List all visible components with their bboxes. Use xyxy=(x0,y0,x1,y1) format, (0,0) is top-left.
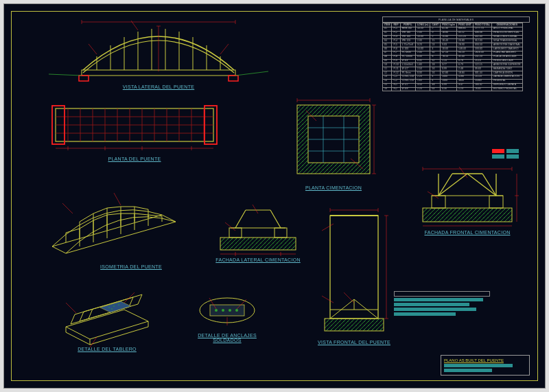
svg-rect-13 xyxy=(229,76,238,81)
svg-line-96 xyxy=(270,210,281,228)
planta-drawing xyxy=(45,100,224,154)
tablero-drawing xyxy=(56,279,159,344)
frontal-drawing xyxy=(309,203,399,337)
materials-table: PLANILLA DE MATERIALES ITEMREFPERFILLONG… xyxy=(382,16,530,91)
table-grid: ITEMREFPERFILLONG (m)CANTPESO kg/mPESO U… xyxy=(382,23,523,91)
svg-rect-106 xyxy=(489,196,503,208)
info-line xyxy=(394,298,483,301)
view-frontal: VISTA FRONTAL DEL PUENTE xyxy=(309,203,399,345)
anclajes-title: DETALLE DE ANCLAJES SOLDADOS xyxy=(193,333,261,343)
svg-rect-93 xyxy=(229,228,242,238)
svg-line-120 xyxy=(459,167,467,178)
view-lateral: VISTA LATERAL DEL PUENTE xyxy=(69,16,248,89)
legend-row xyxy=(492,154,521,159)
isometria-drawing xyxy=(35,172,193,262)
lateral-drawing xyxy=(69,16,248,82)
svg-rect-92 xyxy=(220,238,296,250)
svg-point-73 xyxy=(235,309,238,312)
svg-point-71 xyxy=(222,309,224,312)
planta-title: PLANTA DEL PUENTE xyxy=(45,157,224,161)
svg-line-109 xyxy=(439,174,467,196)
svg-line-127 xyxy=(330,299,354,319)
svg-line-21 xyxy=(220,44,229,54)
cimentacion-drawing xyxy=(289,97,378,183)
view-anclajes: DETALLE DE ANCLAJES SOLDADOS xyxy=(186,292,268,343)
fachada-frontal-drawing xyxy=(412,165,522,227)
svg-rect-123 xyxy=(325,319,384,331)
fachada-lateral-drawing xyxy=(210,203,306,255)
cad-canvas: VISTA LATERAL DEL PUENTE PLANTA xyxy=(3,3,546,389)
fachada-frontal-title: FACHADA FRONTAL CIMENTACION xyxy=(412,230,522,235)
legend-row xyxy=(492,148,521,154)
info-line xyxy=(394,303,469,306)
info-line xyxy=(394,308,476,311)
svg-line-128 xyxy=(354,299,378,319)
svg-line-103 xyxy=(225,222,235,231)
frontal-title: VISTA FRONTAL DEL PUENTE xyxy=(309,340,399,345)
svg-line-107 xyxy=(439,174,452,196)
svg-point-62 xyxy=(113,305,115,307)
svg-line-108 xyxy=(482,174,496,196)
svg-line-136 xyxy=(322,224,334,231)
isometria-title: ISOMETRIA DEL PUENTE xyxy=(69,264,193,269)
lateral-title: VISTA LATERAL DEL PUENTE xyxy=(69,84,248,89)
tb-line xyxy=(444,364,513,367)
svg-line-59 xyxy=(62,203,73,214)
info-block xyxy=(394,291,490,316)
svg-line-138 xyxy=(344,292,354,303)
view-fachada-lateral: FACHADA LATERAL CIMENTACION xyxy=(210,203,306,262)
plano-title: PLANO AS BUILT DEL PUENTE xyxy=(444,358,526,362)
svg-rect-94 xyxy=(274,228,287,238)
svg-line-19 xyxy=(89,44,97,54)
info-line xyxy=(394,312,456,316)
title-block: PLANO AS BUILT DEL PUENTE xyxy=(441,355,530,376)
svg-line-60 xyxy=(114,193,121,205)
svg-point-70 xyxy=(215,309,218,312)
svg-point-63 xyxy=(118,304,119,305)
svg-point-72 xyxy=(229,309,231,312)
svg-point-64 xyxy=(111,308,113,310)
cimentacion-title: PLANTA CIMENTACION xyxy=(289,185,378,190)
svg-line-121 xyxy=(428,192,439,198)
table-title: PLANILLA DE MATERIALES xyxy=(382,16,530,23)
view-cimentacion: PLANTA CIMENTACION xyxy=(289,97,378,190)
svg-line-95 xyxy=(235,210,246,228)
svg-rect-104 xyxy=(423,208,512,222)
tablero-title: DETALLE DEL TABLERO xyxy=(56,347,159,351)
view-fachada-frontal: FACHADA FRONTAL CIMENTACION xyxy=(412,165,522,235)
svg-point-61 xyxy=(108,307,110,308)
svg-line-65 xyxy=(66,303,76,313)
svg-line-110 xyxy=(467,174,496,196)
fachada-lateral-title: FACHADA LATERAL CIMENTACION xyxy=(210,257,306,262)
legend xyxy=(492,148,521,159)
info-header xyxy=(394,291,490,297)
tb-line xyxy=(444,369,492,372)
svg-rect-105 xyxy=(432,196,445,208)
view-planta: PLANTA DEL PUENTE xyxy=(45,100,224,161)
view-isometria: ISOMETRIA DEL PUENTE xyxy=(35,172,193,269)
svg-rect-12 xyxy=(79,76,89,81)
view-tablero: DETALLE DEL TABLERO xyxy=(56,279,159,351)
anclajes-drawing xyxy=(186,292,268,330)
svg-line-102 xyxy=(253,205,258,214)
svg-line-137 xyxy=(322,296,334,303)
